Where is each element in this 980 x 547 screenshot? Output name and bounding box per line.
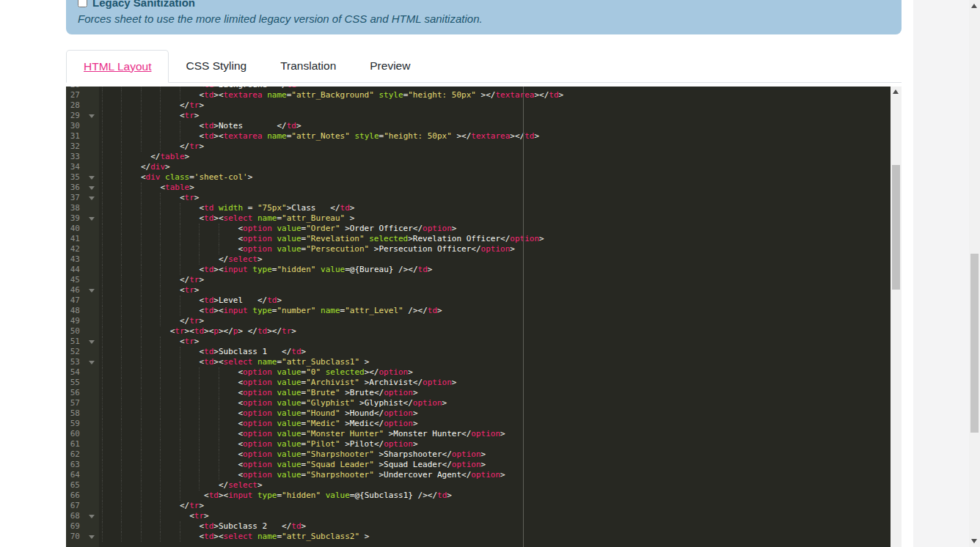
code-line: <td>Subclass 2 </td> <box>102 521 891 532</box>
line-number: 37 <box>66 193 99 203</box>
indent-guide <box>160 501 179 511</box>
indent-guide <box>141 234 160 244</box>
indent-guide <box>180 131 199 142</box>
indent-guide <box>141 347 160 357</box>
indent-guide <box>199 429 218 439</box>
code-line: <option value="Order" >Order Officer</op… <box>102 224 891 234</box>
editor-scroll-up-arrow-icon[interactable] <box>893 89 899 94</box>
indent-guide <box>199 398 218 408</box>
indent-guide <box>102 295 121 306</box>
indent-guide <box>121 224 140 234</box>
tab-preview[interactable]: Preview <box>353 50 427 82</box>
fold-widget-icon[interactable] <box>89 186 95 190</box>
indent-guide <box>102 398 121 408</box>
fold-widget-icon[interactable] <box>89 289 95 293</box>
line-number: 70 <box>66 532 99 542</box>
line-number: 67 <box>66 501 99 511</box>
indent-guide <box>102 449 121 460</box>
indent-guide <box>121 90 140 100</box>
indent-guide <box>180 295 199 306</box>
indent-guide <box>102 121 121 131</box>
indent-guide <box>160 121 179 131</box>
indent-guide <box>102 388 121 398</box>
indent-guide <box>160 521 179 532</box>
indent-guide <box>160 511 179 521</box>
indent-guide <box>141 388 160 398</box>
indent-guide <box>180 378 199 388</box>
legacy-sanitization-checkbox[interactable] <box>78 0 87 7</box>
indent-guide <box>141 326 160 337</box>
indent-guide <box>121 521 140 532</box>
indent-guide <box>141 90 160 100</box>
indent-guide <box>219 419 238 429</box>
line-number: 31 <box>66 131 99 142</box>
tab-html-layout[interactable]: HTML Layout <box>66 50 169 83</box>
tab-css-styling[interactable]: CSS Styling <box>169 50 263 82</box>
indent-guide <box>141 460 160 470</box>
page-scrollbar-thumb[interactable] <box>970 254 979 433</box>
indent-guide <box>199 470 218 480</box>
code-editor[interactable]: 2627282930313233343536373839404142434445… <box>66 87 902 547</box>
editor-scrollbar[interactable] <box>891 87 902 547</box>
indent-guide <box>199 378 218 388</box>
page-scrollbar[interactable] <box>969 0 980 547</box>
indent-guide <box>219 449 238 460</box>
indent-guide <box>160 337 179 347</box>
indent-guide <box>102 172 121 183</box>
code-line: <td><input type="hidden" value=@{Subclas… <box>102 491 891 501</box>
legacy-sanitization-label: Legacy Sanitization <box>92 0 195 9</box>
code-line: <option value="0" selected></option> <box>102 367 891 378</box>
indent-guide <box>160 429 179 439</box>
line-number: 40 <box>66 224 99 234</box>
code-line: </table> <box>102 152 891 162</box>
fold-widget-icon[interactable] <box>89 176 95 180</box>
indent-guide <box>141 511 160 521</box>
tab-translation[interactable]: Translation <box>263 50 353 82</box>
indent-guide <box>102 131 121 142</box>
line-number: 27 <box>66 90 99 100</box>
indent-guide <box>160 449 179 460</box>
indent-guide <box>199 408 218 419</box>
fold-widget-icon[interactable] <box>89 197 95 200</box>
indent-guide <box>121 316 140 326</box>
indent-guide <box>141 521 160 532</box>
indent-guide <box>121 347 140 357</box>
legacy-sanitization-banner: Legacy Sanitization Forces sheet to use … <box>66 0 902 34</box>
indent-guide <box>121 285 140 295</box>
fold-widget-icon[interactable] <box>89 217 95 221</box>
indent-guide <box>121 193 140 203</box>
line-number: 30 <box>66 121 99 131</box>
indent-guide <box>121 398 140 408</box>
indent-guide <box>121 388 140 398</box>
indent-guide <box>121 265 140 275</box>
indent-guide <box>180 460 199 470</box>
page-scroll-down-arrow-icon[interactable] <box>971 539 977 543</box>
indent-guide <box>121 460 140 470</box>
fold-widget-icon[interactable] <box>89 340 95 344</box>
indent-guide <box>121 357 140 367</box>
indent-guide <box>102 90 121 100</box>
fold-widget-icon[interactable] <box>89 535 95 539</box>
indent-guide <box>141 203 160 213</box>
indent-guide <box>141 265 160 275</box>
indent-guide <box>160 90 179 100</box>
indent-guide <box>102 162 121 172</box>
code-line: <tr><td><p></p> </td></tr> <box>102 326 891 337</box>
indent-guide <box>121 408 140 419</box>
indent-guide <box>141 213 160 224</box>
indent-guide <box>160 193 179 203</box>
line-number: 63 <box>66 460 99 470</box>
fold-widget-icon[interactable] <box>89 361 95 364</box>
fold-widget-icon[interactable] <box>89 114 95 118</box>
indent-guide <box>102 183 121 193</box>
fold-widget-icon[interactable] <box>89 515 95 518</box>
indent-guide <box>219 367 238 378</box>
indent-guide <box>180 521 199 532</box>
indent-guide <box>160 491 179 501</box>
line-number: 47 <box>66 295 99 306</box>
editor-scrollbar-thumb[interactable] <box>892 165 900 290</box>
indent-guide <box>102 429 121 439</box>
indent-guide <box>102 213 121 224</box>
page-scroll-up-arrow-icon[interactable] <box>971 4 977 8</box>
indent-guide <box>121 378 140 388</box>
